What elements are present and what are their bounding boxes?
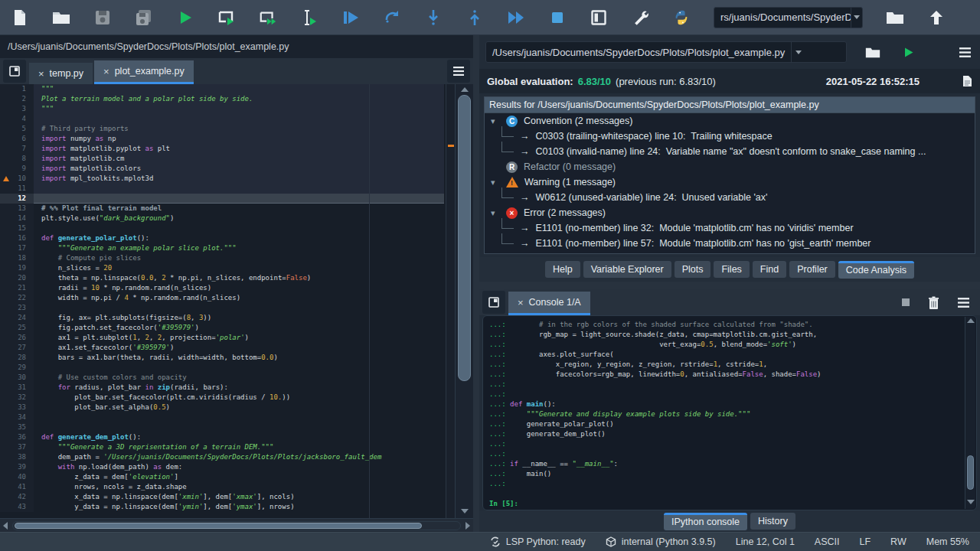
- tab-temp-py[interactable]: × temp.py: [29, 63, 93, 84]
- python-env-button[interactable]: [672, 8, 691, 27]
- parent-directory-button[interactable]: [927, 8, 946, 27]
- editor-vertical-scrollbar[interactable]: [455, 84, 473, 518]
- editor-line[interactable]: 7import matplotlib.pyplot as plt: [0, 144, 473, 154]
- scrollflag-area[interactable]: [446, 84, 455, 518]
- tab-ipython-console[interactable]: IPython console: [664, 513, 747, 530]
- interpreter-status[interactable]: internal (Python 3.9.5): [606, 536, 716, 547]
- editor-line[interactable]: 25 fig.patch.set_facecolor('#395979'): [0, 323, 473, 333]
- hamburger-menu-icon[interactable]: [958, 298, 969, 308]
- step-return-button[interactable]: [466, 8, 484, 27]
- tab-plots[interactable]: Plots: [675, 261, 711, 278]
- interrupt-kernel-icon[interactable]: [902, 298, 910, 306]
- analysis-tree-row[interactable]: ▾CConvention (2 messages): [485, 113, 975, 129]
- editor-line[interactable]: 13# %% Plot final terrain model: [0, 204, 473, 214]
- analysis-tree-row[interactable]: →C0303 (trailing-whitespace) line 10: Tr…: [485, 129, 975, 144]
- analysis-tree-row[interactable]: →C0103 (invalid-name) line 24: Variable …: [485, 144, 975, 159]
- editor-line[interactable]: 43 y_data = np.linspace(dem['ymin'], dem…: [0, 502, 473, 512]
- maximize-pane-button[interactable]: [590, 8, 608, 27]
- rerun-cell-button[interactable]: [383, 8, 401, 27]
- editor-line[interactable]: 8import matplotlib.cm: [0, 154, 473, 164]
- tab-files[interactable]: Files: [714, 261, 749, 278]
- editor-line[interactable]: 27 ax1.set_facecolor('#395979'): [0, 343, 473, 353]
- editor-line[interactable]: 40 z_data = dem['elevation']: [0, 472, 473, 482]
- browse-workdir-button[interactable]: [886, 8, 904, 27]
- scrollbar-thumb[interactable]: [967, 455, 974, 490]
- editor-line[interactable]: 5# Third party imports: [0, 124, 473, 134]
- analysis-tree-row[interactable]: ▾!Warning (1 message): [485, 174, 975, 190]
- scroll-down-icon[interactable]: [967, 500, 975, 504]
- analysis-tree-row[interactable]: Results for /Users/juanis/Documents/Spyd…: [485, 97, 975, 113]
- tab-help[interactable]: Help: [545, 261, 580, 278]
- editor-line[interactable]: 21 radii = 10 * np.random.rand(n_slices): [0, 283, 473, 293]
- vertical-splitter[interactable]: [473, 35, 479, 532]
- trash-icon[interactable]: [928, 296, 939, 309]
- editor-line[interactable]: 39 with np.load(dem_path) as dem:: [0, 462, 473, 472]
- debug-file-button[interactable]: [341, 8, 360, 27]
- close-icon[interactable]: ×: [518, 298, 524, 308]
- code-editor[interactable]: 1"""2Plot a terrain model and a polar pl…: [0, 84, 473, 518]
- editor-line[interactable]: 33 plot_bar.set_alpha(0.5): [0, 403, 473, 412]
- ipython-console-output[interactable]: ...: # in the rgb colors of the shaded s…: [482, 315, 977, 510]
- analysis-tree-row[interactable]: →E1101 (no-member) line 32: Module 'matp…: [485, 220, 975, 236]
- tab-console-1a[interactable]: × Console 1/A: [508, 292, 590, 315]
- editor-line[interactable]: 29: [0, 363, 473, 373]
- scroll-right-icon[interactable]: [466, 522, 470, 530]
- editor-browse-tabs-button[interactable]: [3, 60, 26, 83]
- editor-line[interactable]: 15: [0, 223, 473, 233]
- tab-plot-example-py[interactable]: × plot_example.py: [94, 60, 194, 84]
- editor-line[interactable]: 4: [0, 114, 473, 124]
- editor-line[interactable]: 12: [0, 194, 473, 204]
- run-file-button[interactable]: [176, 8, 194, 27]
- run-cell-advance-button[interactable]: [259, 8, 277, 27]
- editor-line[interactable]: 24 fig, ax= plt.subplots(figsize=(8, 3)): [0, 313, 473, 323]
- editor-options-button[interactable]: [447, 60, 470, 83]
- open-file-button[interactable]: [52, 8, 70, 27]
- scrollbar-thumb[interactable]: [15, 523, 422, 529]
- step-into-button[interactable]: [424, 8, 443, 27]
- analysis-tree-row[interactable]: →E1101 (no-member) line 57: Module 'matp…: [485, 236, 975, 251]
- editor-line[interactable]: 14plt.style.use("dark_background"): [0, 214, 473, 223]
- console-browse-tabs-button[interactable]: [482, 291, 505, 314]
- analysis-file-combo[interactable]: /Users/juanis/Documents/SpyderDocs/Plots…: [485, 41, 847, 63]
- preferences-button[interactable]: [631, 8, 649, 27]
- editor-line[interactable]: 11: [0, 184, 473, 194]
- working-directory-combo[interactable]: rs/juanis/Documents/SpyderDocs: [714, 7, 863, 28]
- editor-line[interactable]: 36def generate_dem_plot():: [0, 432, 473, 442]
- editor-line[interactable]: 10import mpl_toolkits.mplot3d: [0, 174, 473, 184]
- editor-line[interactable]: 38 dem_path = '/Users/juanis/Documents/S…: [0, 452, 473, 462]
- chevron-down-icon[interactable]: ▾: [491, 116, 500, 126]
- editor-line[interactable]: 28 bars = ax1.bar(theta, radii, width=wi…: [0, 353, 473, 363]
- document-icon[interactable]: [962, 75, 972, 87]
- editor-horizontal-scrollbar[interactable]: [0, 518, 473, 532]
- close-icon[interactable]: ×: [38, 69, 44, 79]
- warning-flag[interactable]: [448, 145, 454, 147]
- chevron-down-icon[interactable]: [791, 42, 805, 62]
- scroll-up-icon[interactable]: [461, 87, 469, 92]
- editor-line[interactable]: 34: [0, 412, 473, 422]
- editor-line[interactable]: 18 # Compute pie slices: [0, 253, 473, 263]
- scroll-down-icon[interactable]: [461, 509, 469, 514]
- editor-line[interactable]: 1""": [0, 84, 473, 94]
- analysis-tree-row[interactable]: →W0612 (unused-variable) line 24: Unused…: [485, 190, 975, 205]
- analysis-tree-row[interactable]: RRefactor (0 message): [485, 159, 975, 174]
- editor-line[interactable]: 17 """Generate an example polar slice pl…: [0, 243, 473, 253]
- save-button[interactable]: [93, 8, 112, 27]
- analysis-run-button[interactable]: [899, 43, 917, 61]
- editor-line[interactable]: 35: [0, 422, 473, 432]
- fast-forward-button[interactable]: [507, 8, 525, 27]
- new-file-button[interactable]: [11, 8, 29, 27]
- scroll-up-icon[interactable]: [967, 318, 975, 323]
- chevron-down-icon[interactable]: ▾: [491, 208, 500, 218]
- editor-line[interactable]: 16def generate_polar_plot():: [0, 233, 473, 243]
- editor-line[interactable]: 20 theta = np.linspace(0.0, 2 * np.pi, n…: [0, 273, 473, 283]
- editor-line[interactable]: 9import matplotlib.colors: [0, 164, 473, 174]
- stop-button[interactable]: [548, 8, 567, 27]
- tab-code-analysis[interactable]: Code Analysis: [838, 261, 914, 279]
- close-icon[interactable]: ×: [103, 67, 109, 77]
- scroll-left-icon[interactable]: [3, 522, 8, 530]
- analysis-options-button[interactable]: [956, 43, 974, 61]
- editor-line[interactable]: 23: [0, 303, 473, 313]
- run-cell-button[interactable]: [217, 8, 236, 27]
- tab-profiler[interactable]: Profiler: [789, 261, 835, 278]
- analysis-browse-button[interactable]: [864, 43, 882, 61]
